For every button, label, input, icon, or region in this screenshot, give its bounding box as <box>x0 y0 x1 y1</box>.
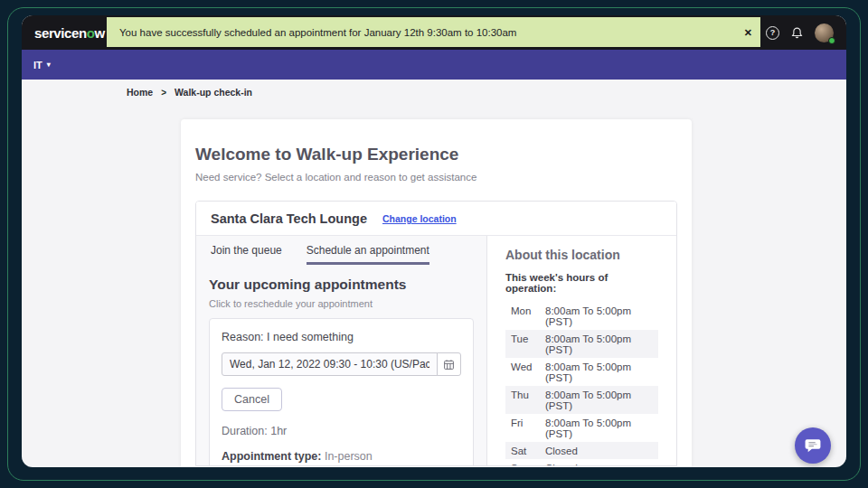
hours-of-operation-heading: This week's hours of operation: <box>505 272 658 294</box>
hours-value: 8:00am To 5:00pm (PST) <box>545 418 653 439</box>
walkup-main-card: Welcome to Walk-up Experience Need servi… <box>181 119 692 467</box>
breadcrumb-home-link[interactable]: Home <box>127 87 153 98</box>
hours-row-mon: Mon 8:00am To 5:00pm (PST) <box>505 302 658 330</box>
close-icon[interactable]: ✕ <box>744 27 752 37</box>
hours-row-tue: Tue 8:00am To 5:00pm (PST) <box>505 330 658 358</box>
hours-row-sun: Sun Closed <box>505 459 658 466</box>
day-label: Mon <box>511 305 545 327</box>
datetime-input-group <box>222 352 461 376</box>
page-subtitle: Need service? Select a location and reas… <box>195 172 677 183</box>
logo-text-end: w <box>94 25 104 41</box>
hours-value: Closed <box>545 463 578 467</box>
appointment-type-value: In-person <box>325 450 373 463</box>
calendar-picker-button[interactable] <box>437 352 461 376</box>
hours-table: Mon 8:00am To 5:00pm (PST) Tue 8:00am To… <box>505 302 658 466</box>
hours-row-wed: Wed 8:00am To 5:00pm (PST) <box>505 358 658 386</box>
tab-schedule-an-appointment[interactable]: Schedule an appointment <box>307 244 429 265</box>
servicenow-logo[interactable]: servicenow <box>34 25 105 41</box>
appointment-type-label: Appointment type: <box>222 450 321 463</box>
hours-value: 8:00am To 5:00pm (PST) <box>545 389 653 411</box>
page-title: Welcome to Walk-up Experience <box>195 145 677 164</box>
user-avatar[interactable] <box>815 23 834 42</box>
hours-value: 8:00am To 5:00pm (PST) <box>545 333 653 355</box>
change-location-link[interactable]: Change location <box>382 213 457 224</box>
nav-it-dropdown[interactable]: IT ▾ <box>33 60 51 70</box>
about-location-panel: About this location This week's hours of… <box>486 236 676 465</box>
breadcrumb-current-page: Walk-up check-in <box>175 87 252 98</box>
appointment-card[interactable]: Reason: I need something <box>209 318 474 466</box>
appointment-datetime-input[interactable] <box>222 352 438 376</box>
breadcrumb: Home > Walk-up check-in <box>127 87 252 98</box>
notifications-bell-icon[interactable] <box>790 26 804 40</box>
reschedule-hint-text: Click to reschedule your appointment <box>209 298 474 309</box>
tab-join-the-queue[interactable]: Join the queue <box>211 244 282 265</box>
hours-row-thu: Thu 8:00am To 5:00pm (PST) <box>505 386 658 414</box>
about-location-heading: About this location <box>505 248 658 262</box>
appointment-duration: Duration: 1hr <box>222 425 461 437</box>
portal-nav-bar: IT ▾ <box>22 50 846 80</box>
day-label: Sun <box>511 463 545 467</box>
location-name: Santa Clara Tech Lounge <box>211 211 367 226</box>
success-notification-banner: You have successfully scheduled an appoi… <box>107 17 760 47</box>
presence-status-dot <box>828 37 835 44</box>
upcoming-appointments-section: Your upcoming appointments Click to resc… <box>196 265 486 466</box>
chat-bubble-icon <box>803 436 823 455</box>
location-card-header: Santa Clara Tech Lounge Change location <box>196 202 676 236</box>
chevron-down-icon: ▾ <box>47 61 51 69</box>
day-label: Tue <box>511 333 545 355</box>
cancel-appointment-button[interactable]: Cancel <box>222 388 282 411</box>
appointments-column: Join the queue Schedule an appointment Y… <box>196 236 486 465</box>
tab-bar: Join the queue Schedule an appointment <box>196 236 486 265</box>
appointment-reason: Reason: I need something <box>222 331 461 343</box>
hours-row-fri: Fri 8:00am To 5:00pm (PST) <box>505 414 658 442</box>
day-label: Sat <box>511 446 545 456</box>
hours-value: Closed <box>545 446 578 456</box>
upcoming-appointments-heading: Your upcoming appointments <box>209 277 474 293</box>
browser-viewport: servicenow ? You have successfully sched… <box>22 15 846 467</box>
nav-it-label: IT <box>33 60 42 70</box>
calendar-icon <box>443 359 455 371</box>
chat-button[interactable] <box>795 427 831 464</box>
notification-message: You have successfully scheduled an appoi… <box>119 27 516 38</box>
day-label: Thu <box>511 389 545 411</box>
day-label: Wed <box>511 361 545 383</box>
appointment-type-row: Appointment type: In-person <box>222 450 461 463</box>
location-card-body: Join the queue Schedule an appointment Y… <box>196 236 676 465</box>
logo-text: servicen <box>34 25 87 41</box>
location-card: Santa Clara Tech Lounge Change location … <box>195 201 677 466</box>
hours-row-sat: Sat Closed <box>505 442 658 459</box>
hours-value: 8:00am To 5:00pm (PST) <box>545 305 653 327</box>
hours-value: 8:00am To 5:00pm (PST) <box>545 361 653 383</box>
help-icon[interactable]: ? <box>766 26 779 40</box>
day-label: Fri <box>511 418 545 439</box>
chevron-right-icon: > <box>161 88 166 98</box>
